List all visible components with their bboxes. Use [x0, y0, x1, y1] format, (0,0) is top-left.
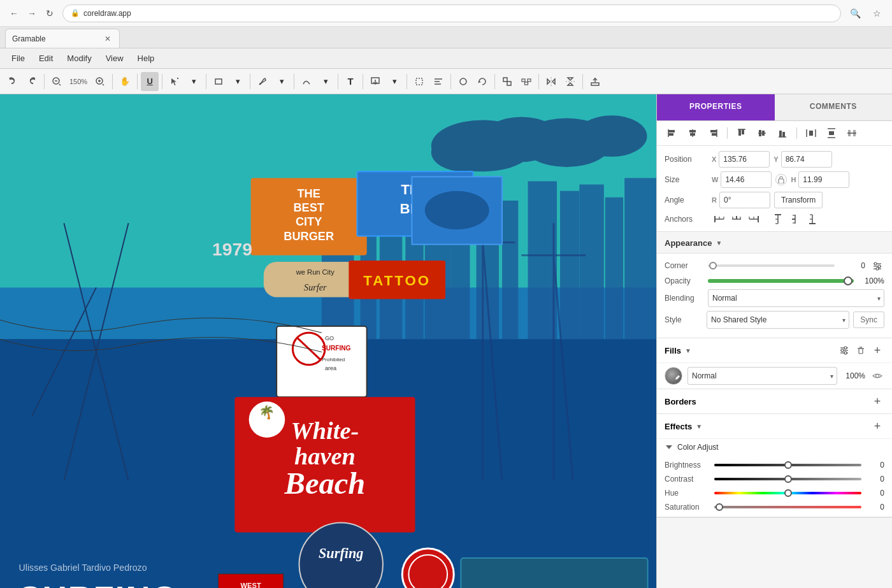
address-bar[interactable]: 🔒 coreldraw.app	[62, 4, 841, 22]
distribute-v-button[interactable]	[823, 125, 840, 141]
fill-blend-select[interactable]: Normal	[687, 367, 837, 385]
contrast-thumb[interactable]	[784, 475, 792, 483]
mirror-v-button[interactable]	[561, 72, 579, 91]
forward-button[interactable]: →	[24, 6, 40, 21]
position-x-input[interactable]	[719, 151, 770, 168]
align-center-v-button[interactable]	[753, 125, 771, 141]
anchor-top-button[interactable]	[770, 212, 786, 226]
contrast-slider[interactable]	[714, 478, 861, 480]
select-tool-button[interactable]	[166, 72, 183, 91]
lock-proportions-button[interactable]	[775, 174, 787, 185]
bookmark-button[interactable]: ☆	[868, 4, 886, 22]
menu-modify[interactable]: Modify	[61, 51, 97, 66]
tab-properties[interactable]: PROPERTIES	[657, 94, 775, 120]
borders-add-button[interactable]: +	[870, 394, 884, 408]
svg-text:SURFING: SURFING	[322, 345, 351, 352]
crop-transform-button[interactable]	[410, 72, 428, 91]
shape-dropdown-button[interactable]: ▾	[229, 72, 247, 91]
brightness-label: Brightness	[665, 461, 709, 470]
zoom-button[interactable]: 🔍	[846, 4, 864, 22]
align-left-button[interactable]	[429, 72, 447, 91]
group-button[interactable]	[517, 72, 535, 91]
bezier-tool-button[interactable]	[298, 72, 315, 91]
corner-slider[interactable]	[708, 264, 835, 267]
tab-comments[interactable]: COMMENTS	[775, 94, 893, 120]
browser-tab-area: Gramable ✕	[0, 27, 892, 48]
corner-thumb[interactable]	[709, 262, 717, 269]
rectangle-tool-button[interactable]	[210, 72, 227, 91]
undo-button[interactable]	[4, 72, 22, 91]
blending-select[interactable]: Normal	[708, 289, 884, 307]
fill-color-swatch[interactable]	[665, 367, 682, 385]
export-button[interactable]	[586, 72, 604, 91]
menu-view[interactable]: View	[99, 51, 130, 66]
position-y-input[interactable]	[781, 151, 832, 168]
zoom-in-button[interactable]	[91, 72, 109, 91]
anchor-left-button[interactable]	[712, 212, 727, 226]
transform-button[interactable]: Transform	[774, 192, 823, 208]
corner-options-button[interactable]	[870, 259, 884, 273]
anchor-bottom-button[interactable]	[805, 212, 820, 226]
effects-add-button[interactable]: +	[870, 419, 884, 433]
appearance-section-header[interactable]: Appearance ▼	[657, 233, 892, 254]
align-center-h-button[interactable]	[684, 125, 701, 141]
svg-rect-36	[502, 201, 518, 339]
size-h-input[interactable]	[798, 171, 849, 188]
mirror-h-button[interactable]	[542, 72, 560, 91]
browser-tab-gramable[interactable]: Gramable ✕	[5, 29, 120, 48]
ellipse-tool-button[interactable]	[454, 72, 472, 91]
brightness-thumb[interactable]	[784, 461, 792, 469]
anchor-center-v-button[interactable]	[788, 212, 803, 226]
underline-button[interactable]: U	[141, 72, 159, 91]
fills-delete-button[interactable]	[854, 343, 868, 357]
align-bottom-edge-button[interactable]	[773, 125, 791, 141]
svg-rect-40	[605, 197, 623, 339]
svg-rect-103	[689, 130, 696, 133]
text-tool-button[interactable]: T	[342, 72, 359, 91]
anchor-right-button[interactable]	[746, 212, 761, 226]
anchor-center-h-button[interactable]	[729, 212, 744, 226]
arrange-button[interactable]	[498, 72, 516, 91]
fills-add-button[interactable]: +	[870, 343, 884, 357]
hue-slider[interactable]	[714, 492, 861, 494]
import-button[interactable]	[366, 72, 384, 91]
fills-settings-button[interactable]	[837, 343, 851, 357]
saturation-thumb[interactable]	[716, 503, 723, 511]
fill-visibility-button[interactable]	[870, 369, 884, 383]
select-dropdown-button[interactable]: ▾	[185, 72, 203, 91]
sync-button[interactable]: Sync	[853, 312, 884, 328]
menu-help[interactable]: Help	[131, 51, 161, 66]
pen-dropdown-button[interactable]: ▾	[273, 72, 291, 91]
brightness-slider[interactable]	[714, 464, 861, 466]
color-adjust-header[interactable]: Color Adjust	[657, 438, 892, 455]
bezier-dropdown-button[interactable]: ▾	[317, 72, 334, 91]
rotate-tool-button[interactable]	[473, 72, 491, 91]
distribute-equal-button[interactable]	[843, 125, 861, 141]
import-dropdown-button[interactable]: ▾	[385, 72, 403, 91]
size-w-input[interactable]	[721, 171, 772, 188]
back-button[interactable]: ←	[6, 6, 22, 21]
style-select[interactable]: No Shared Style	[707, 311, 849, 329]
opacity-thumb[interactable]	[844, 276, 852, 285]
angle-input[interactable]	[719, 192, 770, 208]
refresh-button[interactable]: ↻	[42, 6, 57, 21]
color-adjust-expand-icon	[665, 443, 673, 451]
tab-close-button[interactable]: ✕	[103, 34, 113, 44]
saturation-slider[interactable]	[714, 506, 861, 508]
zoom-out-button[interactable]	[48, 72, 66, 91]
position-row: Position X Y	[665, 151, 884, 168]
opacity-slider[interactable]	[708, 279, 854, 283]
distribute-h-button[interactable]	[802, 125, 820, 141]
menu-edit[interactable]: Edit	[32, 51, 59, 66]
align-top-edge-button[interactable]	[733, 125, 751, 141]
canvas-area[interactable]: THE BEST CITY BURGER THE BRA 1979 we Run…	[0, 94, 656, 588]
effects-chevron-icon: ▼	[696, 423, 702, 430]
align-left-edge-button[interactable]	[663, 125, 681, 141]
align-right-edge-button[interactable]	[704, 125, 722, 141]
menu-file[interactable]: File	[5, 51, 31, 66]
hue-thumb[interactable]	[784, 489, 792, 497]
pen-tool-button[interactable]	[254, 72, 271, 91]
svg-point-156	[876, 268, 879, 270]
pan-tool-button[interactable]: ✋	[116, 72, 134, 91]
redo-button[interactable]	[23, 72, 41, 91]
